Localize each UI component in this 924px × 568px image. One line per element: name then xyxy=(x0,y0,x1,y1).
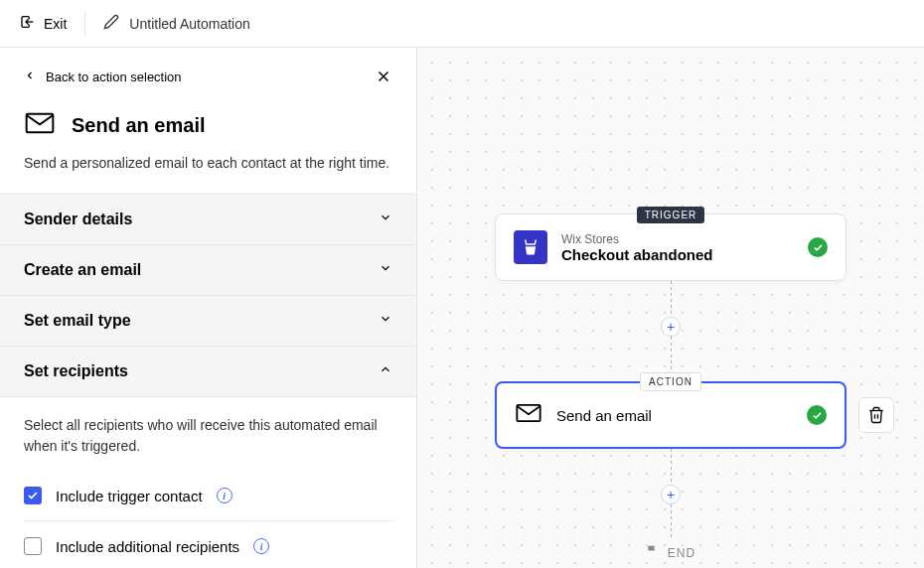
trigger-source: Wix Stores xyxy=(561,232,794,246)
include-additional-label: Include additional recipients xyxy=(56,538,239,555)
section-email-type[interactable]: Set email type xyxy=(0,296,416,347)
store-icon xyxy=(514,230,547,264)
chevron-left-icon xyxy=(24,70,36,84)
trigger-event: Checkout abandoned xyxy=(561,246,794,263)
title-section[interactable]: Untitled Automation xyxy=(85,14,249,33)
section-create-email[interactable]: Create an email xyxy=(0,245,416,296)
check-icon xyxy=(808,237,828,257)
exit-icon xyxy=(20,14,36,33)
action-title: Send an email xyxy=(556,407,793,424)
end-marker: END xyxy=(646,544,695,561)
chevron-down-icon xyxy=(379,312,392,330)
flow-canvas[interactable]: TRIGGER Wix Stores Checkout abandoned + xyxy=(417,48,924,568)
svg-rect-3 xyxy=(517,405,539,421)
info-icon[interactable]: i xyxy=(217,488,232,503)
email-icon xyxy=(24,107,56,143)
edit-icon xyxy=(103,14,119,33)
chevron-down-icon xyxy=(379,261,392,279)
panel-title: Send an email xyxy=(72,114,206,137)
check-icon xyxy=(807,405,827,425)
panel-description: Send a personalized email to each contac… xyxy=(24,153,392,174)
back-label: Back to action selection xyxy=(46,70,182,84)
action-tag: ACTION xyxy=(640,372,701,391)
automation-title: Untitled Automation xyxy=(129,16,249,32)
add-step-button[interactable]: + xyxy=(661,485,681,504)
svg-rect-2 xyxy=(27,114,54,133)
trigger-tag: TRIGGER xyxy=(637,207,705,223)
section-sender-details[interactable]: Sender details xyxy=(0,195,416,245)
include-trigger-checkbox[interactable] xyxy=(24,487,42,504)
action-node[interactable]: Send an email xyxy=(495,381,847,449)
info-icon[interactable]: i xyxy=(253,538,269,554)
delete-button[interactable] xyxy=(858,397,894,433)
trigger-node[interactable]: Wix Stores Checkout abandoned xyxy=(495,213,847,281)
include-trigger-label: Include trigger contact xyxy=(56,488,203,504)
section-recipients[interactable]: Set recipients xyxy=(0,347,416,397)
include-additional-checkbox[interactable] xyxy=(24,537,42,555)
exit-button[interactable]: Exit xyxy=(20,12,85,36)
config-panel: Back to action selection Send an email xyxy=(0,48,417,568)
flag-icon xyxy=(646,544,660,561)
topbar: Exit Untitled Automation xyxy=(0,0,924,48)
email-icon xyxy=(515,399,542,431)
add-step-button[interactable]: + xyxy=(661,317,681,337)
back-link[interactable]: Back to action selection xyxy=(24,70,182,84)
chevron-down-icon xyxy=(379,211,392,228)
recipients-helper: Select all recipients who will receive t… xyxy=(24,415,392,457)
recipients-content: Select all recipients who will receive t… xyxy=(0,397,416,568)
chevron-up-icon xyxy=(379,362,392,380)
exit-label: Exit xyxy=(44,16,67,32)
close-button[interactable] xyxy=(375,68,392,85)
